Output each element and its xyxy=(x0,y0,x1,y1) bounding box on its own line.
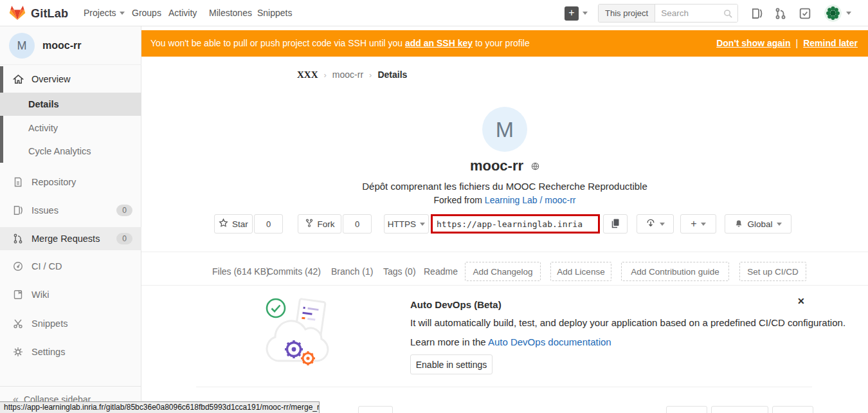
branch-link[interactable]: Branch (1) xyxy=(331,258,373,285)
setup-ci-cd-button[interactable]: Set up CI/CD xyxy=(739,262,806,281)
sidebar-item-issues[interactable]: Issues 0 xyxy=(0,199,141,222)
tanuki-icon xyxy=(9,5,26,23)
tags-link[interactable]: Tags (0) xyxy=(383,258,416,285)
todos-icon[interactable] xyxy=(799,8,811,22)
chevron-down-icon[interactable] xyxy=(846,12,851,15)
commits-link[interactable]: Commits (42) xyxy=(267,258,321,285)
add-changelog-button[interactable]: Add Changelog xyxy=(465,262,541,281)
branch-selector-partial[interactable] xyxy=(358,406,393,413)
gitlab-logo[interactable]: GitLab xyxy=(9,5,68,23)
chevron-down-icon xyxy=(420,223,425,226)
autodevops-illustration xyxy=(260,291,338,374)
browser-status-bar: https://app-learninglab.inria.fr/gitlab/… xyxy=(0,401,320,413)
forked-from-link[interactable]: Learning Lab / mooc-rr xyxy=(485,195,576,205)
book-icon xyxy=(13,289,24,300)
user-avatar[interactable] xyxy=(824,5,842,22)
readme-link[interactable]: Readme xyxy=(424,258,458,285)
issues-dashboard-icon[interactable] xyxy=(751,8,763,22)
find-file-button-partial[interactable] xyxy=(711,406,768,413)
autodevops-title: Auto DevOps (Beta) xyxy=(410,299,502,310)
sidebar-item-cycle-analytics[interactable]: Cycle Analytics xyxy=(0,140,141,163)
history-button-partial[interactable] xyxy=(666,406,707,413)
public-globe-icon xyxy=(531,158,539,174)
remind-later-link[interactable]: Remind later xyxy=(803,30,858,57)
bell-icon xyxy=(734,218,743,230)
chevron-down-icon xyxy=(120,12,125,15)
breadcrumb: XXX › mooc-rr › Details xyxy=(297,65,407,84)
nav-projects[interactable]: Projects xyxy=(84,0,125,26)
issues-icon xyxy=(13,205,24,216)
main-content: You won't be able to pull or push projec… xyxy=(141,26,868,413)
sidebar-item-merge-requests[interactable]: Merge Requests 0 xyxy=(0,227,141,250)
nav-milestones[interactable]: Milestones xyxy=(209,0,252,26)
sidebar-item-overview[interactable]: Overview xyxy=(0,68,141,91)
breadcrumb-root[interactable]: XXX xyxy=(297,69,318,80)
scissors-icon xyxy=(13,318,24,329)
clone-url-highlight xyxy=(431,214,600,234)
sidebar-project-name: mooc-rr xyxy=(42,26,81,65)
files-link[interactable]: Files (614 KB) xyxy=(212,258,269,285)
fork-count[interactable]: 0 xyxy=(343,214,372,234)
divider xyxy=(141,252,868,252)
autodevops-learn-more: Learn more in the Auto DevOps documentat… xyxy=(410,336,611,347)
web-ide-button-partial[interactable] xyxy=(772,406,813,413)
sidebar-item-activity[interactable]: Activity xyxy=(0,116,141,140)
sidebar-project-header[interactable]: M mooc-rr xyxy=(0,26,141,65)
add-dropdown[interactable]: + xyxy=(680,214,716,234)
copy-url-button[interactable] xyxy=(603,214,628,234)
sidebar-item-wiki[interactable]: Wiki xyxy=(0,283,141,306)
banner-message: You won't be able to pull or push projec… xyxy=(150,30,530,57)
search-scope-label: This project xyxy=(599,5,655,22)
clone-url-input[interactable] xyxy=(433,216,598,232)
search-combo: This project xyxy=(598,4,738,23)
home-icon xyxy=(13,74,24,85)
plus-icon: + xyxy=(691,218,696,230)
sidebar-item-settings[interactable]: Settings xyxy=(0,340,141,363)
chevron-down-icon[interactable] xyxy=(583,12,588,15)
autodevops-doc-link[interactable]: Auto DevOps documentation xyxy=(488,336,611,347)
chevron-down-icon xyxy=(777,223,782,226)
nav-snippets[interactable]: Snippets xyxy=(257,0,292,26)
star-icon xyxy=(219,218,228,230)
notification-dropdown[interactable]: Global xyxy=(725,214,791,234)
project-sidebar: M mooc-rr Overview Details Activity Cycl… xyxy=(0,26,141,413)
sidebar-item-repository[interactable]: Repository xyxy=(0,170,141,194)
nav-groups[interactable]: Groups xyxy=(132,0,161,26)
add-ssh-key-link[interactable]: add an SSH key xyxy=(405,38,473,48)
project-avatar-small: M xyxy=(9,33,35,59)
enable-in-settings-button[interactable]: Enable in settings xyxy=(410,354,493,374)
file-icon xyxy=(13,177,24,188)
breadcrumb-project[interactable]: mooc-rr xyxy=(332,69,363,80)
gitlab-project-page: GitLab Projects Groups Activity Mileston… xyxy=(0,0,868,413)
nav-activity[interactable]: Activity xyxy=(168,0,197,26)
project-description: Dépôt comprenant les fichiers du MOOC Re… xyxy=(141,181,868,192)
merge-requests-icon[interactable] xyxy=(775,8,786,22)
download-icon xyxy=(646,218,656,230)
star-count[interactable]: 0 xyxy=(254,214,283,234)
protocol-dropdown[interactable]: HTTPS xyxy=(384,214,429,234)
star-button[interactable]: Star xyxy=(214,214,253,234)
forked-from-line: Forked from Learning Lab / mooc-rr xyxy=(141,195,868,205)
banner-separator: | xyxy=(796,30,799,57)
gauge-icon xyxy=(13,261,24,272)
chevron-down-icon xyxy=(701,223,706,226)
breadcrumb-page[interactable]: Details xyxy=(377,69,407,80)
sidebar-item-details[interactable]: Details xyxy=(0,93,141,116)
dont-show-again-link[interactable]: Don't show again xyxy=(716,30,790,57)
breadcrumb-separator: › xyxy=(324,70,327,80)
ssh-warning-banner: You won't be able to pull or push projec… xyxy=(141,30,868,57)
gear-icon xyxy=(13,347,24,358)
fork-button[interactable]: Fork xyxy=(298,214,341,234)
sidebar-item-ci-cd[interactable]: CI / CD xyxy=(0,255,141,278)
chevron-down-icon xyxy=(660,223,665,226)
close-icon[interactable]: ✕ xyxy=(797,296,805,306)
add-license-button[interactable]: Add License xyxy=(550,262,611,281)
sidebar-item-snippets[interactable]: Snippets xyxy=(0,312,141,335)
autodevops-body: It will automatically build, test, and d… xyxy=(410,317,845,328)
merge-request-icon xyxy=(13,234,24,244)
issues-count-badge: 0 xyxy=(116,205,132,216)
breadcrumb-separator: › xyxy=(369,70,372,80)
add-contribution-guide-button[interactable]: Add Contribution guide xyxy=(621,262,729,281)
new-menu-button[interactable]: + xyxy=(565,6,579,21)
download-dropdown[interactable] xyxy=(637,214,674,234)
